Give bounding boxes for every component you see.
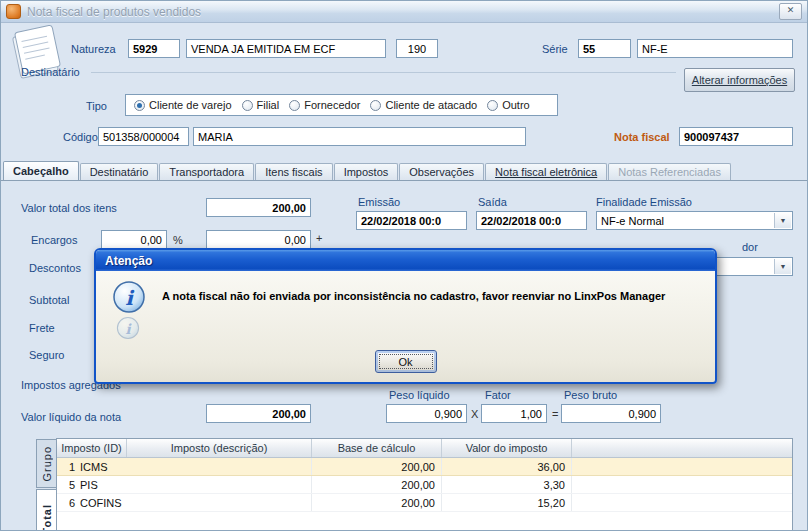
seguro-label: Seguro <box>29 349 64 361</box>
radio-icon <box>487 100 498 111</box>
serie-code-field[interactable]: 55 <box>578 39 631 58</box>
radio-icon <box>242 100 253 111</box>
radio-label: Outro <box>502 99 530 111</box>
radio-icon <box>289 100 300 111</box>
tab-destinatario[interactable]: Destinatário <box>80 163 159 180</box>
radio-cliente-de-atacado[interactable]: Cliente de atacado <box>370 99 477 111</box>
window-title: Nota fiscal de produtos vendidos <box>27 5 201 19</box>
tab-label: Itens fiscais <box>265 166 322 178</box>
equals-symbol: = <box>552 408 558 420</box>
table-row[interactable]: 6 COFINS 200,00 15,20 <box>57 494 792 512</box>
fator-field[interactable]: 1,00 <box>481 404 547 423</box>
descontos-label: Descontos <box>29 262 81 274</box>
saida-label: Saída <box>478 196 507 208</box>
side-tab-total[interactable]: Total <box>36 489 56 531</box>
radio-filial[interactable]: Filial <box>242 99 280 111</box>
tipo-radio-group: Cliente de varejo Filial Fornecedor Clie… <box>125 94 558 116</box>
column-header-imposto-descricao[interactable]: Imposto (descrição) <box>127 439 312 457</box>
codigo-field[interactable]: 501358/000004 <box>98 127 189 146</box>
combo-value: NF-e Normal <box>601 215 664 227</box>
close-icon[interactable]: ✕ <box>779 3 802 20</box>
cliente-nome-field[interactable]: MARIA <box>193 127 526 146</box>
ok-button[interactable]: Ok <box>375 350 437 373</box>
table-row[interactable]: 5 PIS 200,00 3,30 <box>57 476 792 494</box>
finalidade-select[interactable]: NF-e Normal ▼ <box>596 211 793 230</box>
tab-label: Cabeçalho <box>13 165 69 177</box>
cell-valor-imposto: 3,30 <box>442 476 572 493</box>
tab-strip: Cabeçalho Destinatário Transportadora It… <box>1 162 807 181</box>
radio-fornecedor[interactable]: Fornecedor <box>289 99 360 111</box>
info-icon-reflection: i <box>116 316 140 344</box>
attention-dialog: Atenção i i A nota fiscal não <box>94 248 717 384</box>
encargos-value-field[interactable]: 0,00 <box>206 230 311 249</box>
column-header-valor-imposto[interactable]: Valor do imposto <box>442 439 572 457</box>
valor-total-field[interactable]: 200,00 <box>206 198 311 217</box>
cell-base-calculo: 200,00 <box>312 476 442 493</box>
natureza-code-field[interactable]: 5929 <box>128 39 180 58</box>
side-tab-label: Total <box>41 504 53 531</box>
cell-imposto-descricao: ICMS <box>75 458 312 475</box>
cell-base-calculo: 200,00 <box>312 458 442 475</box>
dialog-message: A nota fiscal não foi enviada por incons… <box>162 290 703 302</box>
column-header-imposto-id[interactable]: Imposto (ID) <box>57 439 127 457</box>
peso-bruto-field[interactable]: 0,900 <box>561 404 661 423</box>
natureza-label: Natureza <box>71 43 116 55</box>
radio-icon <box>370 100 381 111</box>
alterar-informacoes-button[interactable]: Alterar informações <box>684 68 795 92</box>
peso-liquido-field[interactable]: 0,900 <box>386 404 467 423</box>
column-header-base-calculo[interactable]: Base de cálculo <box>312 439 442 457</box>
saida-field[interactable]: 22/02/2018 00:0 <box>476 211 587 230</box>
impostos-table: Imposto (ID) Imposto (descrição) Base de… <box>56 438 793 531</box>
tab-notas-referenciadas: Notas Referenciadas <box>608 163 731 180</box>
table-header-row: Imposto (ID) Imposto (descrição) Base de… <box>57 439 792 458</box>
app-icon <box>6 4 21 19</box>
dialog-title-bar[interactable]: Atenção <box>96 250 715 271</box>
cell-imposto-id: 6 <box>57 494 75 511</box>
emissao-field[interactable]: 22/02/2018 00:0 <box>356 211 467 230</box>
table-row[interactable]: 1 ICMS 200,00 36,00 <box>57 458 792 476</box>
tab-label: Nota fiscal eletrônica <box>495 166 597 178</box>
title-bar: Nota fiscal de produtos vendidos ✕ <box>1 1 807 23</box>
tab-label: Notas Referenciadas <box>618 166 721 178</box>
destinatario-group-label: Destinatário <box>21 66 80 78</box>
valor-liquido-field[interactable]: 200,00 <box>206 404 311 423</box>
chevron-down-icon[interactable]: ▼ <box>774 213 791 228</box>
percent-symbol: % <box>173 234 183 246</box>
group-divider <box>91 72 676 73</box>
tab-label: Transportadora <box>169 166 244 178</box>
valor-liquido-label: Valor líquido da nota <box>21 411 121 423</box>
radio-cliente-de-varejo[interactable]: Cliente de varejo <box>134 99 232 111</box>
radio-label: Cliente de atacado <box>385 99 477 111</box>
cell-valor-imposto: 15,20 <box>442 494 572 511</box>
serie-model-field[interactable]: NF-E <box>637 39 793 58</box>
peso-liquido-label: Peso líquido <box>389 389 450 401</box>
tab-cabecalho[interactable]: Cabeçalho <box>3 161 79 180</box>
natureza-desc-field[interactable]: VENDA JA EMITIDA EM ECF <box>186 39 386 58</box>
app-window: Nota fiscal de produtos vendidos ✕ Natur… <box>0 0 808 531</box>
cell-imposto-descricao: PIS <box>75 476 312 493</box>
radio-outro[interactable]: Outro <box>487 99 530 111</box>
radio-label: Filial <box>257 99 280 111</box>
codigo-label: Código <box>63 131 98 143</box>
dialog-title: Atenção <box>105 254 152 268</box>
cell-imposto-id: 5 <box>57 476 75 493</box>
tab-observacoes[interactable]: Observações <box>399 163 484 180</box>
nota-fiscal-field[interactable]: 900097437 <box>679 127 793 146</box>
tab-transportadora[interactable]: Transportadora <box>159 163 254 180</box>
serie-label: Série <box>542 43 568 55</box>
plus-symbol: + <box>316 232 322 244</box>
radio-checked-icon <box>134 100 145 111</box>
tab-impostos[interactable]: Impostos <box>334 163 399 180</box>
tab-nota-fiscal-eletronica[interactable]: Nota fiscal eletrônica <box>485 163 607 180</box>
partial-label-fragment: dor <box>742 241 758 253</box>
natureza-num-field[interactable]: 190 <box>396 39 438 58</box>
multiply-symbol: X <box>471 408 478 420</box>
chevron-down-icon[interactable]: ▼ <box>774 259 791 274</box>
frete-label: Frete <box>29 322 55 334</box>
cell-valor-imposto: 36,00 <box>442 458 572 475</box>
side-tab-label: Grupo <box>41 446 53 482</box>
cell-base-calculo: 200,00 <box>312 494 442 511</box>
side-tab-grupo[interactable]: Grupo <box>36 439 56 488</box>
encargos-percent-field[interactable]: 0,00 <box>101 230 167 249</box>
tab-itens-fiscais[interactable]: Itens fiscais <box>255 163 332 180</box>
